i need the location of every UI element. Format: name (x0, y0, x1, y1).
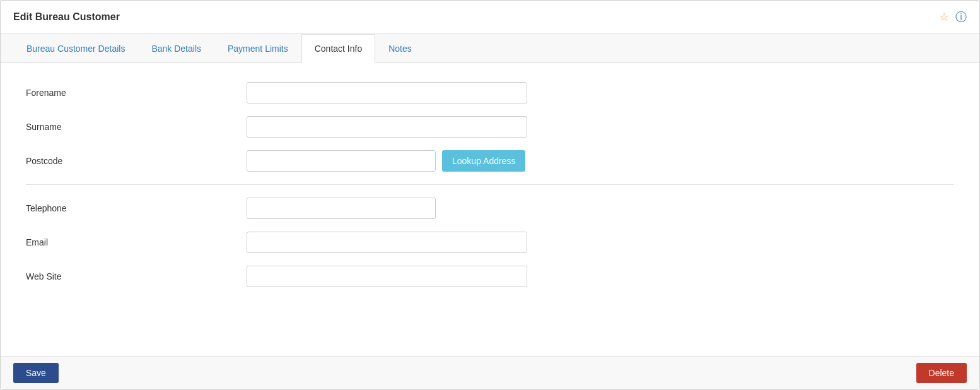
section-divider (26, 184, 954, 185)
postcode-input[interactable] (247, 150, 436, 172)
telephone-input[interactable] (247, 198, 436, 219)
help-icon[interactable]: ⓘ (955, 9, 967, 25)
forename-label: Forename (26, 88, 247, 98)
forename-row: Forename (26, 82, 954, 103)
page-title: Edit Bureau Customer (13, 11, 120, 23)
telephone-label: Telephone (26, 203, 247, 213)
surname-input[interactable] (247, 116, 527, 138)
footer: Save Delete (1, 356, 979, 389)
email-label: Email (26, 237, 247, 247)
delete-button[interactable]: Delete (916, 363, 967, 383)
tab-payment-limits[interactable]: Payment Limits (214, 34, 301, 63)
surname-row: Surname (26, 116, 954, 138)
header: Edit Bureau Customer ☆ ⓘ (1, 1, 979, 34)
header-icons: ☆ ⓘ (939, 9, 967, 25)
postcode-row: Postcode Lookup Address (26, 150, 954, 172)
tab-bank-details[interactable]: Bank Details (138, 34, 214, 63)
email-row: Email (26, 232, 954, 253)
save-button[interactable]: Save (13, 363, 59, 383)
website-row: Web Site (26, 266, 954, 287)
star-icon[interactable]: ☆ (939, 10, 949, 24)
content-area: Forename Surname Postcode Lookup Address… (1, 63, 979, 356)
tab-contact-info[interactable]: Contact Info (301, 34, 376, 63)
surname-label: Surname (26, 122, 247, 132)
forename-input[interactable] (247, 82, 527, 103)
main-container: Edit Bureau Customer ☆ ⓘ Bureau Customer… (0, 0, 980, 390)
tab-bureau-customer-details[interactable]: Bureau Customer Details (13, 34, 138, 63)
website-label: Web Site (26, 271, 247, 281)
website-input[interactable] (247, 266, 527, 287)
tabs-container: Bureau Customer Details Bank Details Pay… (1, 34, 979, 63)
postcode-label: Postcode (26, 156, 247, 166)
tab-notes[interactable]: Notes (375, 34, 425, 63)
telephone-row: Telephone (26, 198, 954, 219)
lookup-address-button[interactable]: Lookup Address (442, 150, 525, 172)
email-input[interactable] (247, 232, 527, 253)
